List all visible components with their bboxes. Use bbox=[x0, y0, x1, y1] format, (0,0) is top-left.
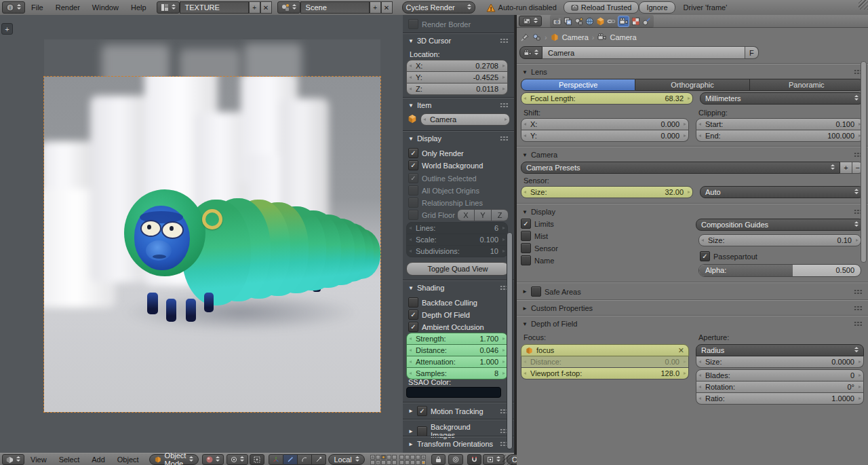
render-border-row[interactable]: Render Border bbox=[408, 19, 503, 29]
panel-header-lens[interactable]: ▼Lens bbox=[517, 64, 868, 79]
panel-header-custom-properties[interactable]: ►Custom Properties bbox=[517, 301, 868, 315]
add-preset-button[interactable]: + bbox=[840, 162, 852, 174]
ambient-occlusion-row[interactable]: Ambient Occlusion bbox=[408, 322, 484, 332]
panel-drag-dots[interactable] bbox=[500, 136, 509, 141]
clear-focus-icon[interactable]: ✕ bbox=[678, 346, 684, 355]
tab-constraints-icon[interactable] bbox=[607, 17, 616, 26]
aperture-ratio-field[interactable]: Ratio:1.0000 bbox=[696, 393, 864, 405]
grid-floor-row[interactable]: Grid Floor bbox=[408, 210, 455, 220]
manipulator-translate-button[interactable] bbox=[283, 454, 298, 465]
render-engine-dropdown[interactable]: Cycles Render bbox=[402, 1, 475, 14]
pivot-point-dropdown[interactable] bbox=[226, 454, 248, 465]
panel-header-motion-tracking[interactable]: ►Motion Tracking bbox=[408, 406, 509, 416]
aperture-blades-field[interactable]: Blades:0 bbox=[696, 369, 864, 382]
grid-axis-z-button[interactable]: Z bbox=[492, 209, 509, 221]
scene-name-field[interactable]: Scene bbox=[300, 1, 370, 14]
panel-drag-dots[interactable] bbox=[854, 321, 863, 327]
depth-of-field-checkbox[interactable] bbox=[408, 310, 418, 320]
pin-icon[interactable] bbox=[521, 33, 529, 41]
manipulator-rotate-button[interactable] bbox=[298, 454, 312, 465]
relationship-lines-row[interactable]: Relationship Lines bbox=[408, 198, 483, 208]
id-name-field[interactable]: Camera bbox=[542, 46, 745, 59]
aperture-rotation-field[interactable]: Rotation:0° bbox=[696, 382, 864, 393]
toolshelf-expand-button[interactable]: + bbox=[1, 23, 13, 35]
name-row[interactable]: Name bbox=[521, 255, 689, 265]
menu-view[interactable]: View bbox=[24, 453, 53, 465]
snap-element-button[interactable] bbox=[483, 454, 505, 465]
screen-layout-name-field[interactable]: TEXTURE bbox=[180, 1, 249, 14]
world-background-checkbox[interactable] bbox=[408, 160, 418, 170]
tab-texture-icon[interactable] bbox=[631, 17, 640, 26]
sensor-size-field[interactable]: Size:32.00 bbox=[521, 186, 693, 198]
grid-scale-field[interactable]: Scale:0.100 bbox=[406, 234, 508, 246]
transform-orientation-dropdown[interactable]: Local bbox=[328, 454, 364, 465]
mode-dropdown[interactable]: Object Mode bbox=[149, 454, 199, 465]
clip-start-field[interactable]: Start:0.100 bbox=[696, 118, 864, 130]
shift-y-field[interactable]: Y:0.000 bbox=[521, 130, 689, 142]
panel-drag-dots[interactable] bbox=[854, 305, 863, 311]
tab-world-icon[interactable] bbox=[585, 17, 594, 26]
menu-help[interactable]: Help bbox=[125, 1, 153, 15]
menu-select[interactable]: Select bbox=[53, 453, 86, 465]
cursor-z-field[interactable]: Z:0.0118 bbox=[406, 83, 508, 95]
tab-scene-icon[interactable] bbox=[574, 17, 583, 26]
layers-group-1[interactable] bbox=[370, 455, 397, 465]
aperture-mode-dropdown[interactable]: Radius bbox=[696, 344, 864, 356]
grid-subdivisions-field[interactable]: Subdivisions:10 bbox=[406, 246, 508, 257]
lens-tab-panoramic[interactable]: Panoramic bbox=[750, 79, 864, 91]
delete-screen-layout-button[interactable]: ✕ bbox=[260, 1, 272, 14]
lens-tab-orthographic[interactable]: Orthographic bbox=[635, 79, 749, 91]
scene-icon-button[interactable] bbox=[277, 1, 300, 14]
delete-scene-button[interactable]: ✕ bbox=[381, 1, 393, 14]
outline-selected-row[interactable]: Outline Selected bbox=[408, 173, 477, 183]
passepartout-alpha-slider[interactable]: Alpha: 0.500 bbox=[698, 264, 861, 277]
panel-header-3d-cursor[interactable]: ▼3D Cursor bbox=[408, 37, 509, 45]
depth-of-field-row[interactable]: Depth Of Field bbox=[408, 310, 470, 320]
tab-camera-data-icon-active[interactable] bbox=[618, 16, 629, 27]
relationship-lines-checkbox[interactable] bbox=[408, 198, 418, 208]
focal-length-field[interactable]: Focal Length:68.32 bbox=[521, 92, 693, 105]
passepartout-row[interactable]: Passepartout bbox=[700, 251, 864, 261]
breadcrumb-object-name[interactable]: Camera bbox=[562, 33, 589, 41]
display-size-field[interactable]: Size:0.10 bbox=[698, 234, 861, 246]
backface-culling-row[interactable]: Backface Culling bbox=[408, 297, 477, 308]
panel-header-camera[interactable]: ▼Camera bbox=[517, 147, 868, 162]
fake-user-button[interactable]: F bbox=[745, 46, 759, 59]
viewport-shading-dropdown[interactable] bbox=[202, 454, 224, 465]
panel-drag-dots[interactable] bbox=[500, 103, 509, 108]
aperture-size-field[interactable]: Size:0.0000 bbox=[696, 356, 864, 368]
all-object-origins-checkbox[interactable] bbox=[408, 185, 418, 196]
layers-group-2[interactable] bbox=[399, 455, 426, 465]
name-checkbox[interactable] bbox=[521, 255, 531, 265]
ao-attenuation-field[interactable]: Attenuation:1.000 bbox=[406, 356, 508, 368]
dof-fstop-field[interactable]: Viewport f-stop:128.0 bbox=[521, 368, 689, 379]
ssao-color-swatch[interactable] bbox=[406, 387, 501, 398]
corner-resize-grip[interactable] bbox=[859, 0, 868, 10]
cursor-x-field[interactable]: X:0.2708 bbox=[406, 60, 508, 72]
clip-end-field[interactable]: End:100.000 bbox=[696, 130, 864, 142]
editor-type-info-button[interactable]: i bbox=[2, 1, 25, 14]
breadcrumb-scene-icon[interactable] bbox=[532, 33, 541, 41]
manipulator-scale-button[interactable] bbox=[312, 454, 326, 465]
grid-lines-field[interactable]: Lines:6 bbox=[406, 222, 508, 234]
menu-add[interactable]: Add bbox=[85, 453, 111, 465]
lock-to-scene-button[interactable] bbox=[431, 454, 446, 465]
properties-scrollbar[interactable] bbox=[861, 61, 867, 263]
viewport-resize-grip[interactable] bbox=[502, 455, 513, 465]
panel-header-shading[interactable]: ▼Shading bbox=[408, 284, 509, 292]
camera-data-selector-button[interactable] bbox=[519, 46, 542, 59]
passepartout-checkbox[interactable] bbox=[700, 251, 710, 261]
tab-render-icon[interactable] bbox=[553, 17, 561, 26]
ignore-button[interactable]: Ignore bbox=[639, 1, 675, 14]
add-scene-button[interactable]: + bbox=[370, 1, 381, 14]
lens-tab-perspective[interactable]: Perspective bbox=[521, 79, 635, 91]
panel-header-dof[interactable]: ▼Depth of Field bbox=[517, 316, 868, 331]
ao-distance-field[interactable]: Distance:0.046 bbox=[406, 345, 508, 356]
shift-x-field[interactable]: X:0.000 bbox=[521, 118, 689, 130]
menu-file[interactable]: File bbox=[25, 1, 50, 15]
ao-strength-field[interactable]: Strength:1.700 bbox=[406, 333, 508, 345]
mist-row[interactable]: Mist bbox=[521, 231, 689, 241]
viewport-3d[interactable]: + bbox=[0, 15, 403, 453]
toggle-quad-view-button[interactable]: Toggle Quad View bbox=[406, 262, 509, 276]
only-render-row[interactable]: Only Render bbox=[408, 148, 464, 158]
